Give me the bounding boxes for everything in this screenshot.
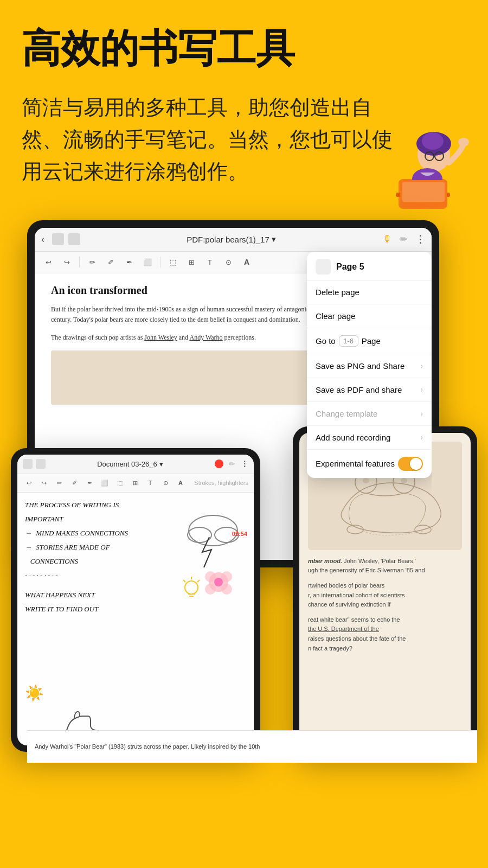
topbar-icons <box>52 233 80 245</box>
clear-page-item[interactable]: Clear page <box>307 304 432 328</box>
change-template-item[interactable]: Change template › <box>307 402 432 426</box>
ipad-second-screen: Document 03-26_6 ▾ ✏ ⋮ ↩ ↪ ✏ ✐ ✒ ⬜ ⬚ ⊞ <box>17 455 254 745</box>
doodle-svg <box>178 498 248 607</box>
svg-point-28 <box>401 478 407 483</box>
clear-page-label: Clear page <box>316 311 355 321</box>
second-select[interactable]: ⬚ <box>114 477 126 489</box>
pencil-tool[interactable]: ✐ <box>104 255 118 269</box>
ipad-third-screen: mber mood. John Wesley, 'Polar Bears,'ug… <box>299 433 471 745</box>
time-badge: 05:54 <box>232 531 247 537</box>
delete-page-label: Delete page <box>316 288 359 297</box>
experimental-item[interactable]: Experimental features <box>307 450 432 478</box>
experimental-label: Experimental features <box>316 459 395 468</box>
change-template-chevron: › <box>420 409 423 418</box>
toolbar-divider-2 <box>160 257 160 267</box>
second-grid-icon <box>23 459 33 469</box>
second-image[interactable]: ⊞ <box>129 477 141 489</box>
svg-line-23 <box>183 580 185 582</box>
second-marker[interactable]: ✒ <box>84 477 95 489</box>
svg-point-12 <box>189 515 237 546</box>
second-redo[interactable]: ↪ <box>38 477 50 489</box>
ipad-second: Document 03-26_6 ▾ ✏ ⋮ ↩ ↪ ✏ ✐ ✒ ⬜ ⬚ ⊞ <box>11 448 260 752</box>
menu-page-title: Page 5 <box>336 262 364 272</box>
second-more-icon[interactable]: ⋮ <box>241 459 248 468</box>
third-text-block-3: reat white bear" seems to echo thethe U.… <box>308 615 462 653</box>
top-section: 高效的书写工具 简洁与易用的多种工具，助您创造出自然、流畅的手写笔记。当然，您也… <box>0 0 488 199</box>
lasso-tool[interactable]: ⊙ <box>221 255 235 269</box>
eraser-tool[interactable]: ⬜ <box>140 255 155 269</box>
svg-point-17 <box>205 571 216 582</box>
second-edit-icon[interactable]: ✏ <box>229 459 235 468</box>
save-png-item[interactable]: Save as PNG and Share › <box>307 354 432 378</box>
svg-point-18 <box>221 571 232 582</box>
dept-link[interactable]: the U.S. Department of the <box>308 626 379 632</box>
pen-tool[interactable]: ✏ <box>85 255 99 269</box>
svg-point-29 <box>347 525 363 534</box>
grid-icon <box>52 233 64 245</box>
svg-line-24 <box>197 580 200 582</box>
svg-point-27 <box>363 478 369 483</box>
recording-indicator <box>215 459 223 468</box>
second-pencil[interactable]: ✐ <box>68 477 80 489</box>
second-lasso[interactable]: ⊙ <box>159 477 171 489</box>
main-title: 高效的书写工具 <box>22 27 466 70</box>
title-dropdown-arrow[interactable]: ▾ <box>272 234 276 244</box>
svg-point-20 <box>221 584 232 595</box>
save-pdf-label: Save as PDF and share <box>316 385 402 394</box>
topbar-right-controls: 🎙 ✏ ⋮ <box>382 233 425 245</box>
save-pdf-chevron: › <box>420 385 423 394</box>
mic-icon[interactable]: 🎙 <box>382 234 392 245</box>
second-topbar: Document 03-26_6 ▾ ✏ ⋮ <box>17 455 254 474</box>
goto-item[interactable]: Go to Page <box>307 328 432 354</box>
third-text-block-2: rtwined bodies of polar bearsr, an inter… <box>308 581 462 610</box>
page-icon <box>316 259 331 275</box>
delete-page-item[interactable]: Delete page <box>307 280 432 304</box>
second-pen[interactable]: ✏ <box>53 477 65 489</box>
second-undo[interactable]: ↩ <box>23 477 35 489</box>
experimental-toggle[interactable] <box>398 457 423 471</box>
character-illustration <box>369 108 477 217</box>
redo-button[interactable]: ↪ <box>60 255 74 269</box>
toolbar-divider-1 <box>79 257 80 267</box>
second-topbar-title: Document 03-26_6 ▾ <box>50 460 210 468</box>
font-tool[interactable]: A <box>240 255 254 269</box>
save-png-label: Save as PNG and Share <box>316 361 404 371</box>
context-menu: Page 5 Delete page Clear page Go to Page <box>307 252 432 478</box>
select-tool[interactable]: ⬚ <box>166 255 180 269</box>
back-button[interactable]: ‹ <box>41 234 44 245</box>
handwriting-content: THE PROCESS OF WRITING IS IMPORTANT → MI… <box>17 493 254 745</box>
save-pdf-item[interactable]: Save as PDF and share › <box>307 378 432 402</box>
text-tool[interactable]: T <box>203 255 217 269</box>
second-topbar-icons <box>23 459 46 469</box>
topbar-title: PDF:polar bears(1)_17 ▾ <box>86 234 377 244</box>
menu-header: Page 5 <box>307 252 432 280</box>
goto-row: Go to Page <box>316 335 381 347</box>
goto-input[interactable] <box>339 335 358 347</box>
svg-point-8 <box>458 138 469 146</box>
strokes-label: Strokes, highlighters <box>194 480 248 486</box>
third-text-block-1: mber mood. John Wesley, 'Polar Bears,'ug… <box>308 557 462 576</box>
bottom-strip: Andy Warhol's "Polar Bear" (1983) struts… <box>27 730 477 763</box>
second-font[interactable]: A <box>175 477 187 489</box>
toggle-knob <box>410 458 422 470</box>
svg-point-16 <box>214 578 223 586</box>
goto-label: Go to <box>316 336 336 346</box>
bookmark-icon <box>68 233 80 245</box>
add-sound-label: Add sound recording <box>316 433 390 442</box>
more-options-icon[interactable]: ⋮ <box>415 233 425 245</box>
second-dropdown-arrow[interactable]: ▾ <box>159 460 163 468</box>
pencil-tool-icon[interactable]: ✏ <box>400 233 408 245</box>
svg-point-19 <box>205 584 216 595</box>
marker-tool[interactable]: ✒ <box>122 255 136 269</box>
add-sound-item[interactable]: Add sound recording › <box>307 426 432 450</box>
second-doc-title: Document 03-26_6 <box>97 460 157 468</box>
svg-point-21 <box>185 581 198 594</box>
second-text[interactable]: T <box>144 477 156 489</box>
image-tool[interactable]: ⊞ <box>184 255 198 269</box>
sun-doodle: ☀️ <box>25 684 44 702</box>
svg-rect-11 <box>402 182 445 202</box>
second-eraser[interactable]: ⬜ <box>99 477 111 489</box>
add-sound-chevron: › <box>420 433 423 442</box>
undo-button[interactable]: ↩ <box>41 255 55 269</box>
second-topbar-right: ✏ ⋮ <box>215 459 248 468</box>
